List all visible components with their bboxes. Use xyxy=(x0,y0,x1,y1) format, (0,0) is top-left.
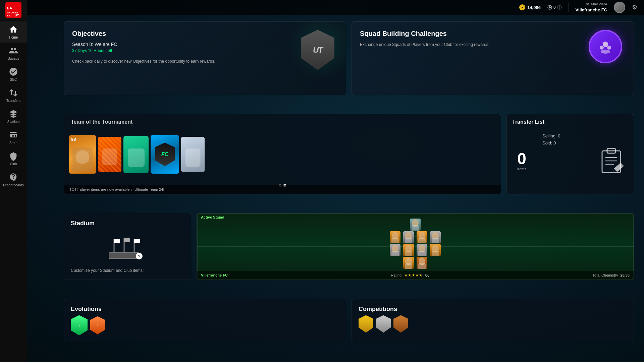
sidebar-item-transfers[interactable]: Transfers xyxy=(0,85,27,106)
transfer-selling: Selling: 0 xyxy=(542,133,585,138)
sidebar-item-leaderboards[interactable]: Leaderboards xyxy=(0,169,27,190)
stadium-title: Stadium xyxy=(71,220,184,227)
transfer-card: Transfer List 0 Items Selling: 0 Sold: 0 xyxy=(506,114,634,194)
settings-icon[interactable]: ⚙ xyxy=(632,4,637,11)
tott-player-5: 84 xyxy=(181,137,205,172)
sidebar-item-stadium[interactable]: Stadium xyxy=(0,106,27,127)
rating-value: 86 xyxy=(425,273,429,277)
midfielder-row xyxy=(390,244,441,256)
player-figure xyxy=(417,257,427,269)
sidebar-item-store[interactable]: Store xyxy=(0,127,27,148)
rating-label: Rating xyxy=(391,273,401,277)
player-figure xyxy=(403,257,414,269)
objectives-text: Objectives Season 8: We are FC 37 Days 1… xyxy=(72,30,291,64)
transfer-label: Items xyxy=(517,167,526,171)
tott-carousel: 98 FC xyxy=(64,128,501,181)
sidebar-item-sbc[interactable]: SBC xyxy=(0,64,27,85)
svg-text:EA: EA xyxy=(7,6,12,10)
player-avatar xyxy=(403,231,414,243)
objectives-card[interactable]: Objectives Season 8: We are FC 37 Days 1… xyxy=(64,21,346,95)
squad-footer: Villefranche FC Rating ★★★★★ 86 Total Ch… xyxy=(197,271,634,280)
stadium-icon: ✎ xyxy=(71,231,184,264)
svg-rect-24 xyxy=(109,253,139,259)
ut-shield-icon: UT xyxy=(301,30,334,70)
players-area xyxy=(197,221,634,271)
stadium-desc: Customize your Stadium and Club items! xyxy=(71,268,184,273)
objectives-title: Objectives xyxy=(72,30,291,38)
sbc-card[interactable]: Squad Building Challenges Exchange uniqu… xyxy=(352,21,634,95)
bottom-row: Stadium ✎ Customize your Stadiu xyxy=(64,213,634,293)
ea-logo[interactable]: EA SPORTS FC UT xyxy=(0,0,27,20)
coins-display: ● 14,986 xyxy=(519,4,541,10)
tott-player-3 xyxy=(123,136,149,173)
player-avatar xyxy=(390,244,400,256)
squad-card[interactable]: Active Squad xyxy=(197,213,634,280)
sbc-icon-area xyxy=(585,30,626,63)
player-avatar xyxy=(403,244,414,256)
player-figure xyxy=(390,231,400,243)
svg-point-12 xyxy=(601,50,610,54)
sbc-desc: Exchange unique Squads of Players from y… xyxy=(360,42,579,48)
defender-row xyxy=(390,231,441,243)
player-figure xyxy=(430,244,441,256)
points-value: 0 xyxy=(553,5,556,10)
sbc-title: Squad Building Challenges xyxy=(360,30,579,38)
player-avatar xyxy=(430,244,441,256)
svg-rect-19 xyxy=(114,239,120,243)
competitions-card[interactable]: Competitions xyxy=(352,299,634,342)
sidebar-item-home[interactable]: Home xyxy=(0,21,27,43)
evolutions-title: Evolutions xyxy=(71,306,339,313)
attacker-row xyxy=(403,257,427,269)
coin-icon: ● xyxy=(519,4,525,10)
tott-card[interactable]: Team of the Tournament 98 xyxy=(64,114,501,194)
competitions-title: Competitions xyxy=(359,306,627,313)
squad-chemistry: Total Chemistry 23/33 xyxy=(593,273,630,277)
topbar: ● 14,986 0 Est. May 2024 Villefranche FC… xyxy=(27,0,644,15)
evolutions-card[interactable]: Evolutions ↑ ↑ xyxy=(64,299,346,342)
est-label: Est. May 2024 xyxy=(576,2,607,7)
tott-player-2 xyxy=(98,137,121,172)
club-name: Villefranche FC xyxy=(576,7,607,12)
svg-point-6 xyxy=(549,6,551,8)
middle-row: Team of the Tournament 98 xyxy=(64,114,634,208)
topbar-divider xyxy=(569,2,569,12)
svg-rect-23 xyxy=(134,239,140,243)
squad-content: Active Squad xyxy=(197,213,634,280)
tott-header: Team of the Tournament xyxy=(64,114,501,128)
sidebar: EA SPORTS FC UT Home Squads SBC Transfer… xyxy=(0,0,27,362)
goalkeeper-row xyxy=(410,219,421,231)
evolution-badge-2: ↑ xyxy=(90,316,105,335)
sidebar-item-club[interactable]: Club xyxy=(0,148,27,169)
player-avatar xyxy=(417,257,427,269)
svg-rect-21 xyxy=(124,238,130,242)
objectives-icon-area: UT xyxy=(298,30,338,70)
topbar-est: Est. May 2024 Villefranche FC xyxy=(576,2,607,13)
last-row: Evolutions ↑ ↑ Competitions xyxy=(64,299,634,356)
svg-text:✎: ✎ xyxy=(138,254,141,258)
coins-value: 14,986 xyxy=(527,5,541,10)
competition-shield-bronze xyxy=(393,315,408,333)
rating-stars: ★★★★★ xyxy=(404,273,423,278)
tott-special-item: FC xyxy=(151,135,179,174)
transfer-header: Transfer List xyxy=(507,114,634,128)
stadium-card[interactable]: Stadium ✎ Customize your Stadiu xyxy=(64,213,191,280)
svg-point-9 xyxy=(603,42,608,47)
svg-text:FC: FC xyxy=(7,14,11,17)
points-display: 0 xyxy=(547,5,562,10)
transfer-body: 0 Items Selling: 0 Sold: 0 xyxy=(507,128,634,194)
tott-footer: TOTT player items are now available in U… xyxy=(64,185,501,194)
player-avatar xyxy=(390,231,400,243)
active-squad-title: Active Squad xyxy=(201,215,224,219)
player-figure xyxy=(417,244,427,256)
evolutions-icons: ↑ ↑ xyxy=(71,315,339,336)
competition-shield-silver xyxy=(376,315,391,333)
club-avatar[interactable] xyxy=(614,2,625,13)
competition-shield-gold xyxy=(359,315,373,333)
player-avatar xyxy=(430,231,441,243)
player-figure xyxy=(403,231,414,243)
squad-club-name: Villefranche FC xyxy=(201,273,228,277)
player-avatar xyxy=(403,257,414,269)
objectives-time: 37 Days 10 Hours Left xyxy=(72,48,291,53)
sidebar-item-squads[interactable]: Squads xyxy=(0,43,27,64)
player-avatar xyxy=(417,244,427,256)
